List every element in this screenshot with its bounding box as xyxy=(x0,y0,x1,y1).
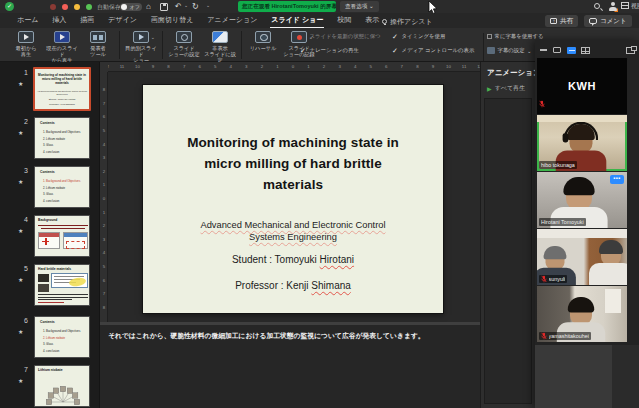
search-icon[interactable] xyxy=(594,3,600,9)
ruler-number: 2 xyxy=(100,169,108,174)
ribbon-divider xyxy=(483,33,484,61)
slide-title[interactable]: Monitoring of machining state in micro m… xyxy=(178,132,408,195)
tab--[interactable]: アニメーション xyxy=(206,14,258,27)
slide-thumbnail-3[interactable]: Contents1. Background and Objectives2. L… xyxy=(34,166,90,208)
hide-slide-button[interactable]: 非表示 スライドに設定 xyxy=(202,29,238,63)
status-dot xyxy=(50,4,56,10)
animation-list[interactable] xyxy=(484,98,532,404)
zoom-video-panel: KWHhibo tokunagaHirotani Tomoyuki⋯sunyul… xyxy=(535,40,639,408)
minimize-panel-icon[interactable] xyxy=(540,49,547,51)
participant-name: hibo tokunaga xyxy=(541,162,575,168)
zoom-window-dot[interactable] xyxy=(86,4,92,10)
slide-subtitle[interactable]: Advanced Mechanical and Electronic Contr… xyxy=(173,220,413,243)
participant-sunyuli[interactable]: sunyuli xyxy=(537,229,627,285)
home-icon[interactable]: ⌂ xyxy=(146,0,151,13)
gallery-view-icon[interactable] xyxy=(581,47,590,54)
slide-thumbnail-5[interactable]: Hard brittle materials xyxy=(34,264,90,306)
use-timings-toggle[interactable]: ✓タイミングを使用 xyxy=(392,31,480,42)
more-commands-chevron-icon[interactable]: ⌄ xyxy=(206,2,210,8)
chevron-down-icon: ⌄ xyxy=(527,48,532,54)
keep-slides-updated-toggle[interactable]: スライドを最新の状態に保つ xyxy=(300,31,392,42)
strip-view-icon[interactable] xyxy=(567,47,576,54)
ruler-number: 9 xyxy=(429,64,437,69)
rehearse-button[interactable]: リハーサル xyxy=(245,29,281,51)
close-window-dot[interactable] xyxy=(62,4,68,10)
ruler-number: 8 xyxy=(100,305,108,310)
comments-button[interactable]: コメント xyxy=(584,15,632,27)
presence-badge xyxy=(614,8,618,12)
student-name: Hirotani xyxy=(320,254,354,265)
speaker-view-icon[interactable] xyxy=(553,47,561,53)
ruler-number: 5 xyxy=(367,64,375,69)
participant-hibo-tokunaga[interactable]: hibo tokunaga xyxy=(537,115,627,171)
play-narrations-toggle[interactable]: ✓ナレーションの再生 xyxy=(300,45,392,56)
professor-prefix: Professor : Kenji xyxy=(235,280,311,291)
menu-bar: ホーム挿入描画デザイン画面切り替えアニメーションスライド ショー校閲表示 操作ア… xyxy=(0,13,639,28)
custom-slideshow-button-label: 目的別スライド ショー xyxy=(123,45,159,63)
ruler-number: 5 xyxy=(100,128,108,133)
play-from-start-button[interactable]: 最初から 再生 xyxy=(8,29,44,57)
custom-show-icon: ⌄ xyxy=(133,31,149,43)
ruler-number: 11 xyxy=(460,64,468,69)
tab--[interactable]: 画面切り替え xyxy=(150,14,194,27)
redo-icon[interactable]: ↻ xyxy=(192,0,199,13)
presence-icon[interactable] xyxy=(608,2,617,11)
tab--[interactable]: ホーム xyxy=(16,14,39,27)
tab--[interactable]: 表示 xyxy=(364,14,380,27)
tab--[interactable]: 挿入 xyxy=(51,14,67,27)
student-prefix: Student : Tomoyuki xyxy=(232,254,320,265)
muted-mic xyxy=(541,332,547,341)
popout-icon[interactable] xyxy=(626,47,635,54)
animation-pane-title: アニメーション xyxy=(487,68,541,78)
student-line[interactable]: Student : Tomoyuki Hirotani xyxy=(143,254,443,265)
tell-me-assist[interactable]: 操作アシスト xyxy=(382,17,433,27)
slide-thumbnail-1[interactable]: Monitoring of machining state in micro m… xyxy=(33,67,91,111)
play-from-current-button[interactable]: 現在のスライド から再生 xyxy=(44,29,80,63)
slide-thumbnail-4[interactable]: Background xyxy=(34,215,90,257)
participant-kwh[interactable]: KWH xyxy=(537,58,627,114)
ruler-number: 8 xyxy=(165,64,173,69)
more-options-button[interactable]: ⋯ xyxy=(610,175,624,184)
view-options-button[interactable]: 查看选项 ⌄ xyxy=(340,1,379,12)
slide-canvas[interactable]: Monitoring of machining state in micro m… xyxy=(143,85,443,313)
muted-mic xyxy=(541,275,547,284)
professor-line[interactable]: Professor : Kenji Shimana xyxy=(143,280,443,291)
mini-background-title: Background xyxy=(38,218,57,222)
mini-dept: Advanced Mechanical and Electronic Contr… xyxy=(37,90,87,95)
minimize-window-dot[interactable] xyxy=(74,4,80,10)
ruler-number: 2 xyxy=(320,64,328,69)
slide-thumbnail-6[interactable]: Contents1. Background and Objectives2. L… xyxy=(34,316,90,358)
slide-thumbnail-7[interactable]: Lithium niobate xyxy=(34,365,90,407)
play-all-button[interactable]: ▶ すべて再生 xyxy=(487,84,525,93)
ruler-number: 3 xyxy=(242,64,250,69)
checkbox-icon xyxy=(487,34,492,39)
ruler-number: 0 xyxy=(100,196,108,201)
setup-slideshow-button[interactable]: スライド ショーの設定 xyxy=(166,29,202,57)
undo-icon[interactable]: ↶ xyxy=(175,0,182,13)
ruler-corner xyxy=(100,62,108,72)
participant-yamashitakouhei[interactable]: yamashitakouhei xyxy=(537,286,627,342)
thumbnail-number: 1 xyxy=(14,69,28,76)
custom-slideshow-button[interactable]: ⌄目的別スライド ショー xyxy=(123,29,159,63)
participant-hirotani-tomoyuki[interactable]: Hirotani Tomoyuki⋯ xyxy=(537,172,627,228)
save-icon[interactable] xyxy=(160,3,168,11)
tab--[interactable]: 校閲 xyxy=(336,14,352,27)
ruler-number: 7 xyxy=(398,64,406,69)
tab--[interactable]: スライド ショー xyxy=(270,14,324,28)
check-icon: ✓ xyxy=(392,33,399,41)
ruler-number: 7 xyxy=(100,291,108,296)
play-current-icon xyxy=(54,31,70,43)
show-media-controls-toggle[interactable]: ✓メディア コントロールの表示 xyxy=(392,45,480,56)
zoom-view-menu[interactable]: 视图 xyxy=(621,2,639,11)
share-button[interactable]: 共有 xyxy=(545,15,578,27)
autosave-toggle[interactable]: オフ xyxy=(120,3,142,11)
mini-image xyxy=(38,274,49,282)
tab--[interactable]: 描画 xyxy=(79,14,95,27)
undo-chevron-icon[interactable]: ⌄ xyxy=(184,2,188,8)
notes-pane[interactable]: それではこれから、硬脆性材料の微細加工における加工状態の監視について広谷が発表し… xyxy=(100,322,480,408)
participant-name: yamashitakouhei xyxy=(549,333,589,339)
slide-thumbnail-2[interactable]: Contents1. Background and Objectives2. L… xyxy=(34,117,90,159)
mini-text-bar xyxy=(38,302,64,303)
tab--[interactable]: デザイン xyxy=(107,14,138,27)
presenter-tools-button[interactable]: 発表者 ツール xyxy=(80,29,116,57)
